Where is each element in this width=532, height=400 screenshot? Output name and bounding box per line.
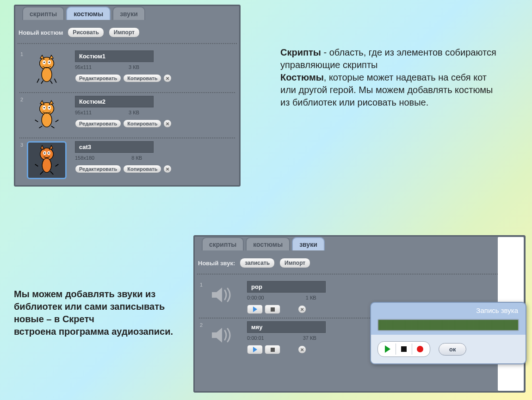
record-button[interactable]: записать [240, 258, 275, 268]
sound-size: 37 КВ [303, 335, 316, 341]
tab-costumes[interactable]: костюмы [246, 237, 290, 250]
costume-size: 3 КВ [129, 110, 139, 115]
recorder-title: Запись звука [371, 303, 526, 319]
sound-duration: 0:00:00 [247, 295, 264, 300]
recorder-dialog: Запись звука ок [370, 302, 526, 364]
svg-point-17 [48, 152, 49, 154]
costume-dim: 95x111 [75, 110, 92, 115]
bold-costumes: Костюмы [280, 72, 324, 82]
costume-size: 3 КВ [129, 64, 139, 70]
tab-sounds[interactable]: звуки [112, 6, 145, 20]
costume-dim: 158x180 [75, 155, 94, 161]
costume-dim: 95x111 [75, 64, 92, 70]
recorder-controls [377, 341, 430, 357]
delete-button[interactable]: ✕ [163, 74, 172, 82]
svg-point-10 [43, 107, 45, 108]
delete-button[interactable]: ✕ [163, 165, 172, 173]
svg-point-13 [42, 158, 51, 173]
item-number: 3 [20, 141, 27, 179]
record-icon [417, 346, 423, 352]
new-costume-label: Новый костюм [19, 29, 63, 36]
stop-button[interactable] [265, 305, 280, 314]
cat-icon [34, 100, 60, 130]
sound-size: 1 КВ [306, 295, 316, 300]
delete-button[interactable]: ✕ [298, 305, 306, 313]
delete-button[interactable]: ✕ [298, 345, 306, 354]
copy-button[interactable]: Копировать [123, 74, 161, 82]
new-sound-label: Новый звук: [198, 260, 235, 267]
stop-button[interactable] [265, 345, 280, 354]
costume-item: 3 158x1808 КВ Редактировать Копировать ✕ [19, 138, 235, 183]
costume-item: 2 95x1113 КВ Редактировать Копировать ✕ [19, 92, 235, 138]
svg-point-4 [43, 62, 45, 63]
description-sounds: Мы можем добавлять звуки из библиотек ил… [14, 288, 185, 338]
close-icon: ✕ [166, 76, 169, 81]
bold-scripts: Скрипты [280, 47, 321, 57]
copy-button[interactable]: Копировать [123, 119, 161, 128]
recorder-body: ок [371, 335, 526, 363]
svg-point-1 [42, 68, 52, 82]
copy-button[interactable]: Копировать [123, 165, 161, 173]
costume-item: 1 95x1113 КВ Редактировать Копировать ✕ [19, 48, 235, 92]
close-icon: ✕ [300, 307, 304, 312]
play-button[interactable] [247, 345, 263, 354]
sound-name-input[interactable] [247, 281, 326, 293]
edit-button[interactable]: Редактировать [75, 74, 121, 82]
rec-stop-button[interactable] [397, 344, 411, 355]
sound-duration: 0:00:01 [247, 335, 264, 341]
svg-point-7 [42, 113, 52, 127]
draw-button[interactable]: Рисовать [68, 27, 104, 38]
sound-name-input[interactable] [247, 321, 326, 333]
costume-name-input[interactable] [75, 141, 154, 153]
item-info: 95x1113 КВ Редактировать Копировать ✕ [67, 96, 234, 134]
new-costume-row: Новый костюм Рисовать Импорт [14, 20, 241, 43]
stop-icon [401, 346, 407, 352]
ok-button[interactable]: ок [439, 343, 466, 356]
play-icon [253, 306, 257, 312]
edit-button[interactable]: Редактировать [75, 165, 121, 173]
rec-play-button[interactable] [381, 344, 395, 355]
play-icon [253, 347, 257, 352]
costume-size: 8 КВ [131, 155, 142, 161]
tab-bar: скрипты костюмы звуки [14, 5, 241, 20]
delete-button[interactable]: ✕ [163, 119, 172, 128]
item-info: 158x1808 КВ Редактировать Копировать ✕ [67, 141, 234, 179]
speaker-icon [206, 321, 239, 349]
close-icon: ✕ [300, 347, 304, 352]
costume-name-input[interactable] [75, 50, 154, 62]
import-button[interactable]: Импорт [109, 27, 140, 38]
tab-scripts[interactable]: скрипты [202, 237, 244, 250]
tab-sounds[interactable]: звуки [292, 237, 325, 250]
item-info: 95x1113 КВ Редактировать Копировать ✕ [67, 50, 234, 88]
tab-scripts[interactable]: скрипты [22, 6, 64, 20]
costume-thumbnail[interactable] [27, 141, 67, 179]
costume-list: 1 95x1113 КВ Редактировать Копировать ✕ … [18, 43, 237, 187]
close-icon: ✕ [166, 167, 169, 172]
edit-button[interactable]: Редактировать [75, 119, 121, 128]
play-icon [385, 345, 390, 353]
costume-name-input[interactable] [75, 96, 154, 107]
tab-bar: скрипты костюмы звуки [193, 235, 526, 250]
costume-thumbnail[interactable] [27, 50, 67, 88]
cat-icon [34, 54, 60, 85]
play-button[interactable] [247, 305, 263, 314]
new-sound-row: Новый звук: записать Импорт [193, 250, 526, 274]
svg-point-16 [44, 152, 45, 154]
svg-point-5 [49, 62, 50, 63]
speaker-icon [206, 281, 239, 309]
waveform-display [377, 319, 519, 331]
svg-point-11 [49, 107, 50, 108]
tab-costumes[interactable]: костюмы [66, 6, 111, 20]
costumes-panel: скрипты костюмы звуки Новый костюм Рисов… [14, 5, 241, 187]
import-button[interactable]: Импорт [279, 258, 310, 268]
description-scripts-costumes: Скрипты - область, где из элементов соби… [280, 46, 497, 109]
item-number: 1 [200, 281, 206, 314]
item-number: 2 [200, 321, 206, 354]
costume-thumbnail[interactable] [27, 96, 67, 134]
item-number: 2 [20, 96, 27, 134]
cat-icon [34, 145, 60, 175]
stop-icon [271, 348, 275, 352]
stop-icon [271, 307, 275, 312]
rec-record-button[interactable] [413, 344, 427, 355]
item-number: 1 [20, 50, 27, 88]
